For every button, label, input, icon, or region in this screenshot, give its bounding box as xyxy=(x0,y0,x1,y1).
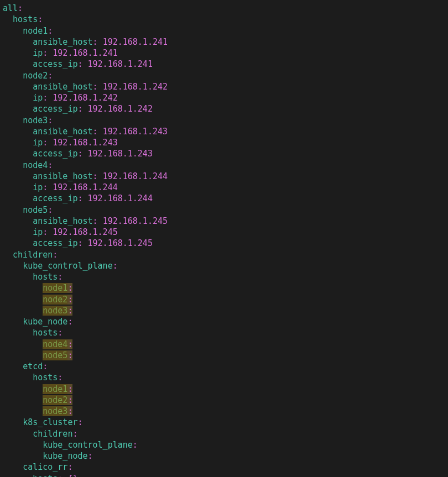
node-name: node1 xyxy=(23,26,48,36)
node-name: node3 xyxy=(23,116,48,125)
ip-value: 192.168.1.243 xyxy=(53,138,117,148)
yaml-key: ansible_host xyxy=(33,216,92,226)
yaml-key: kube_node xyxy=(43,451,87,461)
node-name: node5 xyxy=(23,205,48,215)
node-ref: node3 xyxy=(43,306,67,316)
ip-value: 192.168.1.241 xyxy=(103,37,168,47)
ip-value: 192.168.1.242 xyxy=(103,82,168,92)
yaml-key: k8s_cluster xyxy=(23,417,77,427)
ip-value: 192.168.1.244 xyxy=(53,182,117,192)
ip-value: 192.168.1.245 xyxy=(88,238,153,248)
yaml-key: ip xyxy=(33,48,43,58)
node-ref: node2 xyxy=(43,295,67,305)
yaml-key: access_ip xyxy=(33,104,77,114)
empty-braces: {} xyxy=(67,474,77,478)
ip-value: 192.168.1.245 xyxy=(53,227,117,237)
yaml-key: children xyxy=(33,429,72,439)
yaml-key: ansible_host xyxy=(33,127,92,137)
node-ref: node4 xyxy=(43,339,67,349)
ip-value: 192.168.1.241 xyxy=(88,59,153,69)
yaml-key: ip xyxy=(33,93,43,103)
yaml-key: kube_control_plane xyxy=(43,440,133,450)
ip-value: 192.168.1.245 xyxy=(103,216,168,226)
ip-value: 192.168.1.243 xyxy=(88,149,153,159)
ip-value: 192.168.1.244 xyxy=(88,193,153,203)
yaml-key: access_ip xyxy=(33,59,77,69)
yaml-key: ansible_host xyxy=(33,171,92,181)
yaml-editor[interactable]: all: hosts: node1: ansible_host: 192.168… xyxy=(3,3,445,477)
node-ref: node1 xyxy=(43,283,67,293)
node-name: node2 xyxy=(23,71,48,81)
yaml-key: hosts xyxy=(33,328,58,338)
node-ref: node3 xyxy=(43,406,67,416)
yaml-key: etcd xyxy=(23,361,43,371)
node-ref: node1 xyxy=(43,384,67,394)
ip-value: 192.168.1.242 xyxy=(88,104,153,114)
yaml-key: ansible_host xyxy=(33,82,92,92)
yaml-key: hosts xyxy=(13,14,38,24)
yaml-key: kube_control_plane xyxy=(23,261,113,271)
ip-value: 192.168.1.241 xyxy=(53,48,117,58)
node-ref: node5 xyxy=(43,350,67,360)
yaml-key: ansible_host xyxy=(33,37,92,47)
yaml-key: calico_rr xyxy=(23,462,67,472)
yaml-key: ip xyxy=(33,227,43,237)
ip-value: 192.168.1.243 xyxy=(103,127,168,137)
yaml-key: kube_node xyxy=(23,317,67,327)
ip-value: 192.168.1.244 xyxy=(103,171,168,181)
yaml-key: ip xyxy=(33,138,43,148)
ip-value: 192.168.1.242 xyxy=(53,93,117,103)
yaml-key: children xyxy=(13,250,53,260)
yaml-key: access_ip xyxy=(33,149,77,159)
yaml-key: all xyxy=(3,3,18,13)
yaml-key: hosts xyxy=(33,272,58,282)
yaml-key: access_ip xyxy=(33,193,77,203)
yaml-key: ip xyxy=(33,182,43,192)
yaml-key: access_ip xyxy=(33,238,77,248)
node-ref: node2 xyxy=(43,395,67,405)
yaml-key: hosts xyxy=(33,474,58,478)
yaml-key: hosts xyxy=(33,373,58,382)
node-name: node4 xyxy=(23,160,48,170)
